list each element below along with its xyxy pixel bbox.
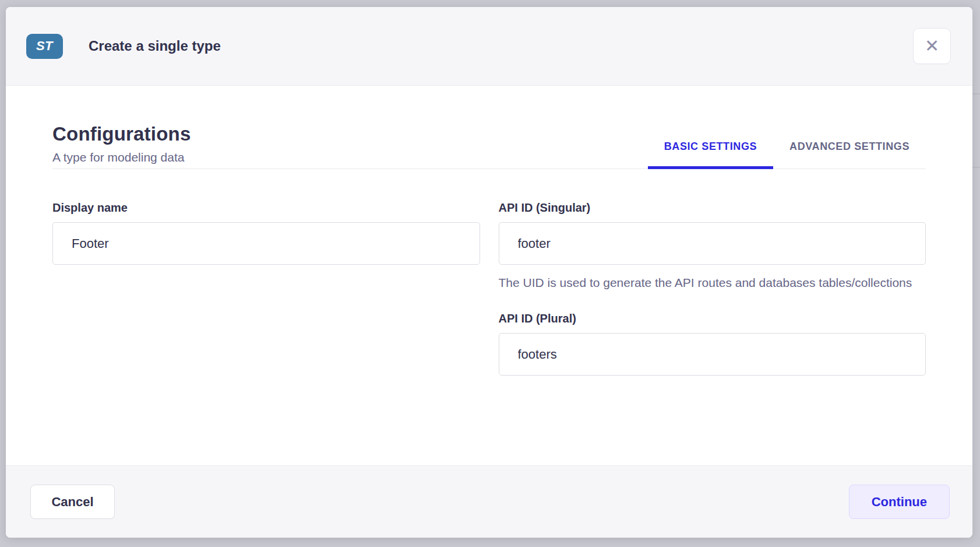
single-type-badge-icon: ST [26, 34, 63, 59]
display-name-field-group: Display name [52, 201, 480, 265]
heading-block: Configurations A type for modeling data [52, 123, 191, 169]
api-id-singular-input[interactable] [499, 222, 926, 265]
settings-tabs: BASIC SETTINGS ADVANCED SETTINGS [648, 141, 926, 169]
close-icon: ✕ [925, 37, 939, 55]
configurations-form: Display name API ID (Singular) The UID i… [52, 201, 926, 376]
create-single-type-modal: ST Create a single type ✕ Configurations… [6, 7, 972, 538]
modal-title: Create a single type [89, 38, 221, 54]
modal-header: ST Create a single type ✕ [6, 7, 972, 86]
modal-footer: Cancel Continue [6, 465, 972, 538]
form-column-right: API ID (Singular) The UID is used to gen… [499, 201, 926, 376]
backdrop-artifact-line [972, 93, 980, 94]
api-id-plural-field-group: API ID (Plural) [499, 312, 926, 376]
section-header: Configurations A type for modeling data … [52, 123, 926, 169]
display-name-label: Display name [52, 201, 480, 215]
api-id-plural-label: API ID (Plural) [499, 312, 926, 325]
api-id-singular-label: API ID (Singular) [499, 201, 926, 215]
api-id-plural-input[interactable] [499, 333, 926, 376]
tab-advanced-settings[interactable]: ADVANCED SETTINGS [773, 141, 926, 169]
close-button[interactable]: ✕ [913, 28, 951, 64]
section-heading: Configurations [52, 123, 191, 145]
form-column-left: Display name [52, 201, 480, 376]
section-subheading: A type for modeling data [52, 150, 191, 164]
display-name-input[interactable] [52, 222, 480, 265]
backdrop-artifact-line [972, 167, 980, 168]
api-id-singular-hint: The UID is used to generate the API rout… [499, 274, 926, 292]
badge-label: ST [36, 38, 53, 54]
continue-button[interactable]: Continue [849, 485, 950, 519]
modal-body: Configurations A type for modeling data … [6, 86, 972, 465]
api-id-singular-field-group: API ID (Singular) The UID is used to gen… [499, 201, 926, 292]
cancel-button[interactable]: Cancel [30, 485, 115, 519]
tab-basic-settings[interactable]: BASIC SETTINGS [648, 141, 773, 169]
